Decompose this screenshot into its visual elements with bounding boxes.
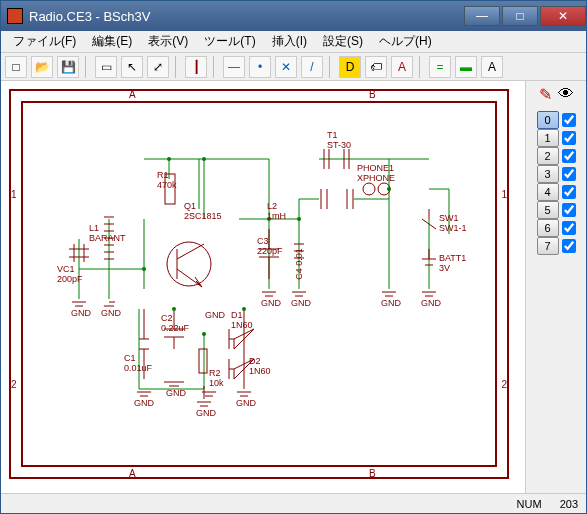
menubar: ファイル(F) 編集(E) 表示(V) ツール(T) 挿入(I) 設定(S) ヘ… [1, 31, 586, 53]
junction-icon[interactable]: • [249, 56, 271, 78]
window-title: Radio.CE3 - BSch3V [29, 9, 150, 24]
statusbar: NUM 203 [1, 493, 586, 513]
save-icon[interactable]: 💾 [57, 56, 79, 78]
menu-file[interactable]: ファイル(F) [5, 31, 84, 52]
label-d-icon[interactable]: D [339, 56, 361, 78]
app-icon [7, 8, 23, 24]
menu-insert[interactable]: 挿入(I) [264, 31, 315, 52]
layer-visible-1[interactable] [562, 131, 576, 145]
new-icon[interactable]: □ [5, 56, 27, 78]
gnd1: GND [71, 309, 91, 319]
bus-icon[interactable]: ┃ [185, 56, 207, 78]
close-button[interactable]: ✕ [540, 6, 586, 26]
text-a-icon[interactable]: A [391, 56, 413, 78]
c1-label: C1 0.01uF [124, 354, 152, 374]
gnd7: GND [291, 299, 311, 309]
c2-label: C2 0.22uF [161, 314, 189, 334]
open-icon[interactable]: 📂 [31, 56, 53, 78]
svg-point-12 [297, 217, 301, 221]
l1-label: L1 BARANT [89, 224, 126, 244]
titlebar: Radio.CE3 - BSch3V — □ ✕ [1, 1, 586, 31]
layer-button-6[interactable]: 6 [537, 219, 559, 237]
pencil-icon: ✎ [539, 85, 552, 104]
layer-visible-7[interactable] [562, 239, 576, 253]
status-coord: 203 [560, 498, 578, 510]
layer-button-4[interactable]: 4 [537, 183, 559, 201]
toolbar: □ 📂 💾 ▭ ↖ ⤢ ┃ — • ✕ / D 🏷 A = ▬ A [1, 53, 586, 81]
arrow-icon[interactable]: ↖ [121, 56, 143, 78]
line-icon[interactable]: — [223, 56, 245, 78]
d1-label: D1 1N60 [231, 311, 253, 331]
svg-point-5 [167, 157, 171, 161]
tag-icon[interactable]: 🏷 [365, 56, 387, 78]
text-a2-icon[interactable]: A [481, 56, 503, 78]
layer-button-2[interactable]: 2 [537, 147, 559, 165]
gnd9: GND [421, 299, 441, 309]
layer-visible-2[interactable] [562, 149, 576, 163]
svg-rect-2 [199, 349, 207, 373]
gnd8: GND [381, 299, 401, 309]
rect-icon[interactable]: ▬ [455, 56, 477, 78]
layer-button-1[interactable]: 1 [537, 129, 559, 147]
select-icon[interactable]: ▭ [95, 56, 117, 78]
gnd4b: GND [205, 311, 225, 321]
layer-visible-0[interactable] [562, 113, 576, 127]
batt-label: BATT1 3V [439, 254, 466, 274]
svg-point-3 [363, 183, 375, 195]
layer-button-5[interactable]: 5 [537, 201, 559, 219]
layer-button-3[interactable]: 3 [537, 165, 559, 183]
diagonal-icon[interactable]: / [301, 56, 323, 78]
svg-point-0 [167, 242, 211, 286]
minimize-button[interactable]: — [464, 6, 500, 26]
gnd2: GND [101, 309, 121, 319]
move-icon[interactable]: ⤢ [147, 56, 169, 78]
gnd6: GND [261, 299, 281, 309]
gnd5: GND [236, 399, 256, 409]
layer-button-7[interactable]: 7 [537, 237, 559, 255]
svg-point-6 [202, 157, 206, 161]
layer-button-0[interactable]: 0 [537, 111, 559, 129]
l2-label: L2 1mH [267, 202, 286, 222]
eye-icon: 👁 [558, 85, 574, 104]
menu-edit[interactable]: 編集(E) [84, 31, 140, 52]
q1-label: Q1 2SC1815 [184, 202, 222, 222]
r1-label: R1 470k [157, 171, 177, 191]
d2-label: D2 1N60 [249, 357, 271, 377]
gnd4: GND [196, 409, 216, 419]
maximize-button[interactable]: □ [502, 6, 538, 26]
equal-icon[interactable]: = [429, 56, 451, 78]
layer-visible-3[interactable] [562, 167, 576, 181]
c4-label: C4 0.01 [295, 248, 305, 280]
layer-panel: ✎ 👁 01234567 [526, 81, 586, 493]
gnd3: GND [134, 399, 154, 409]
status-num: NUM [517, 498, 542, 510]
layer-visible-5[interactable] [562, 203, 576, 217]
noconnect-icon[interactable]: ✕ [275, 56, 297, 78]
phone-label: PHONE1 XPHONE [357, 164, 395, 184]
menu-tool[interactable]: ツール(T) [196, 31, 263, 52]
schematic-canvas[interactable]: A B A B 1 2 1 2 [1, 81, 526, 493]
gnd3b: GND [166, 389, 186, 399]
menu-view[interactable]: 表示(V) [140, 31, 196, 52]
sw1-label: SW1 SW1-1 [439, 214, 467, 234]
layer-visible-6[interactable] [562, 221, 576, 235]
r2-label: R2 10k [209, 369, 224, 389]
menu-set[interactable]: 設定(S) [315, 31, 371, 52]
svg-point-8 [142, 267, 146, 271]
t1-label: T1 ST-30 [327, 131, 351, 151]
vc1-label: VC1 200pF [57, 265, 83, 285]
c3-label: C3 220pF [257, 237, 283, 257]
svg-point-9 [202, 332, 206, 336]
svg-point-10 [172, 307, 176, 311]
layer-visible-4[interactable] [562, 185, 576, 199]
schematic-svg [9, 89, 509, 479]
menu-help[interactable]: ヘルプ(H) [371, 31, 440, 52]
svg-point-13 [387, 187, 391, 191]
